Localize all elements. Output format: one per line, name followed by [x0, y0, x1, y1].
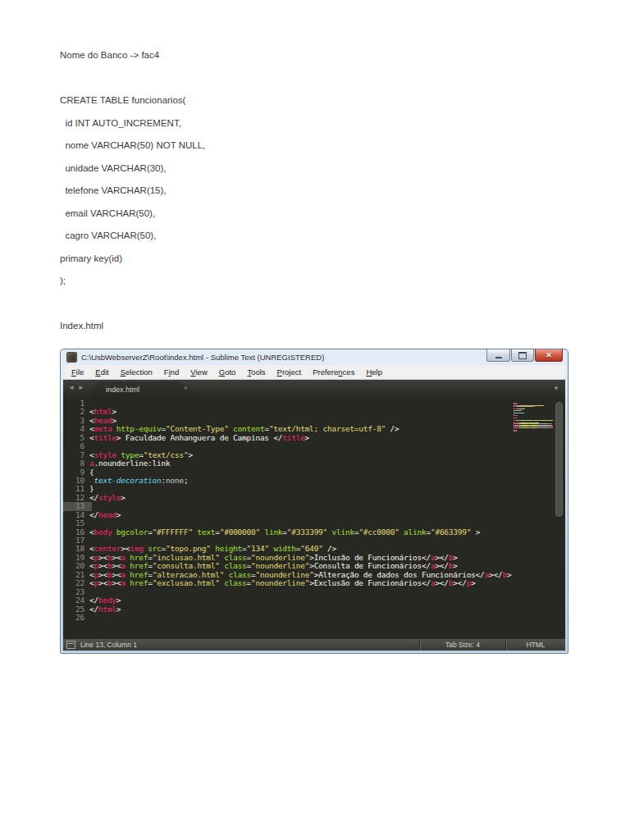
tab-close-icon[interactable]: ×	[184, 384, 188, 392]
code-line[interactable]: </html>	[89, 605, 554, 614]
code-line[interactable]	[89, 614, 554, 622]
minimize-icon	[495, 357, 502, 358]
close-button[interactable]: ✕	[535, 349, 563, 362]
tab-overflow-icon[interactable]: ▼	[553, 385, 559, 392]
document-text: Nome do Banco -> fac4CREATE TABLE funcio…	[60, 50, 205, 344]
document-line: telefone VARCHAR(15),	[60, 185, 205, 208]
menu-item-project[interactable]: Project	[272, 368, 308, 377]
menu-item-selection[interactable]: Selection	[115, 368, 158, 377]
tab-index-html[interactable]: index.html ×	[91, 381, 201, 397]
window-title: C:\UsbWebserverZ\Root\index.html - Subli…	[81, 353, 324, 362]
code-line[interactable]: <body bgcolor="#FFFFFF" text="#000000" l…	[89, 528, 554, 536]
maximize-button[interactable]	[511, 349, 534, 362]
code-line[interactable]: <p><b><a href="exclusao.html" class="nou…	[89, 579, 554, 587]
code-line[interactable]	[89, 399, 554, 408]
menu-item-goto[interactable]: Goto	[213, 368, 242, 377]
document-line: Nome do Banco -> fac4	[60, 50, 205, 73]
code-line[interactable]	[89, 502, 554, 510]
document-line	[60, 299, 205, 322]
menu-item-preferences[interactable]: Preferences	[307, 368, 360, 377]
code-line[interactable]: <html>	[89, 408, 554, 416]
code-line[interactable]	[89, 588, 554, 596]
document-line: CREATE TABLE funcionarios(	[60, 95, 205, 118]
code-line[interactable]: </head>	[89, 511, 554, 519]
document-line: Index.html	[60, 321, 205, 344]
tab-bar: ◄► index.html × ▼	[63, 380, 565, 397]
menu-item-tools[interactable]: Tools	[241, 368, 271, 377]
minimap-line	[514, 432, 553, 433]
document-line: unidade VARCHAR(30),	[60, 163, 205, 186]
minimap[interactable]	[514, 401, 553, 433]
code-editor[interactable]: 1234567891011121314151617181920212223242…	[63, 397, 565, 638]
document-line: nome VARCHAR(50) NOT NULL,	[60, 140, 205, 163]
document-line: cagro VARCHAR(50),	[60, 231, 205, 253]
document-page: Nome do Banco -> fac4CREATE TABLE funcio…	[0, 0, 630, 840]
line-number: 24	[63, 596, 84, 605]
maximize-icon	[518, 352, 527, 359]
tab-back-icon[interactable]: ◄	[68, 384, 78, 391]
document-line	[60, 73, 205, 96]
tab-size-indicator[interactable]: Tab Size: 4	[419, 639, 505, 651]
tab-label: index.html	[106, 386, 139, 394]
document-line: email VARCHAR(50),	[60, 208, 205, 231]
menu-item-view[interactable]: View	[185, 368, 212, 377]
document-line: );	[60, 276, 205, 299]
menu-item-help[interactable]: Help	[360, 368, 388, 377]
code-line[interactable]: }	[89, 485, 554, 493]
tab-forward-icon[interactable]: ►	[78, 384, 88, 391]
caret-position: Line 13, Column 1	[80, 641, 419, 649]
status-bar: Line 13, Column 1 Tab Size: 4 HTML	[63, 638, 565, 651]
menu-item-edit[interactable]: Edit	[89, 368, 114, 377]
sublime-app-icon	[66, 352, 77, 363]
code-line[interactable]: </body>	[89, 596, 554, 605]
code-lines[interactable]: <html><head><meta http-equiv="Content-Ty…	[89, 399, 554, 622]
menu-item-find[interactable]: Find	[158, 368, 185, 377]
line-number: 8	[63, 459, 84, 468]
document-line: id INT AUTO_INCREMENT,	[60, 118, 205, 141]
window-titlebar[interactable]: C:\UsbWebserverZ\Root\index.html - Subli…	[63, 349, 565, 365]
document-line: primary key(id)	[60, 253, 205, 276]
vertical-scrollbar[interactable]	[555, 402, 563, 517]
code-line[interactable]: <title> Faculdade Anhanguera de Campinas…	[89, 434, 554, 442]
sublime-text-window: C:\UsbWebserverZ\Root\index.html - Subli…	[60, 349, 568, 654]
minimize-button[interactable]	[486, 349, 510, 362]
code-line[interactable]: text-decoration:none;	[89, 477, 554, 485]
status-panel-icon[interactable]	[66, 641, 75, 649]
menu-bar: FileEditSelectionFindViewGotoToolsProjec…	[63, 365, 565, 380]
line-number: 26	[63, 614, 84, 622]
menu-item-file[interactable]: File	[66, 368, 89, 377]
syntax-indicator[interactable]: HTML	[505, 639, 565, 651]
line-number-gutter: 1234567891011121314151617181920212223242…	[63, 399, 84, 622]
line-number: 15	[63, 519, 84, 527]
close-icon: ✕	[546, 351, 552, 359]
code-line[interactable]: </style>	[89, 494, 554, 502]
code-line[interactable]: a.nounderline:link	[89, 459, 554, 468]
